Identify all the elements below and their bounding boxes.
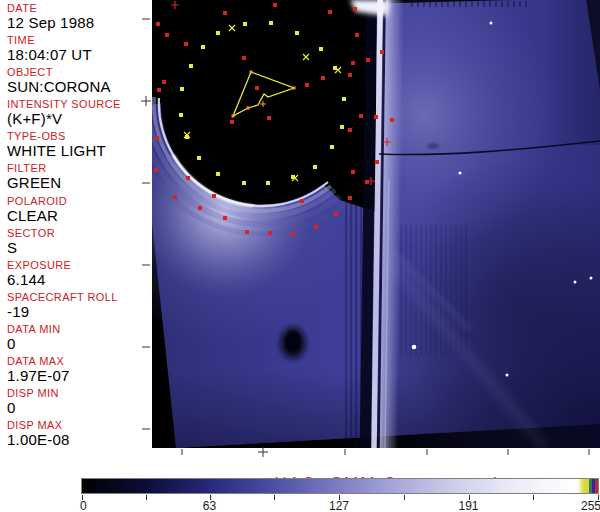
colorbar-tick-label: 127 [329,499,349,512]
colorbar-minor-tick [404,495,405,500]
colorbar-tick-label: 63 [203,499,216,512]
top-right-shade [545,0,600,145]
colorbar-tick-label: 191 [458,499,478,512]
intensity-colorbar [81,478,599,494]
colorbar-minor-tick [146,495,147,500]
colorbar-tick-label: 255 [581,499,600,512]
coronagraph-image-viewer[interactable] [0,0,600,512]
colorbar-tick-label: 0 [80,499,87,512]
colorbar-minor-tick [533,495,534,500]
application-window: DATE12 Sep 1988TIME18:04:07 UTOBJECTSUN:… [0,0,600,512]
colorbar-minor-tick [274,495,275,500]
